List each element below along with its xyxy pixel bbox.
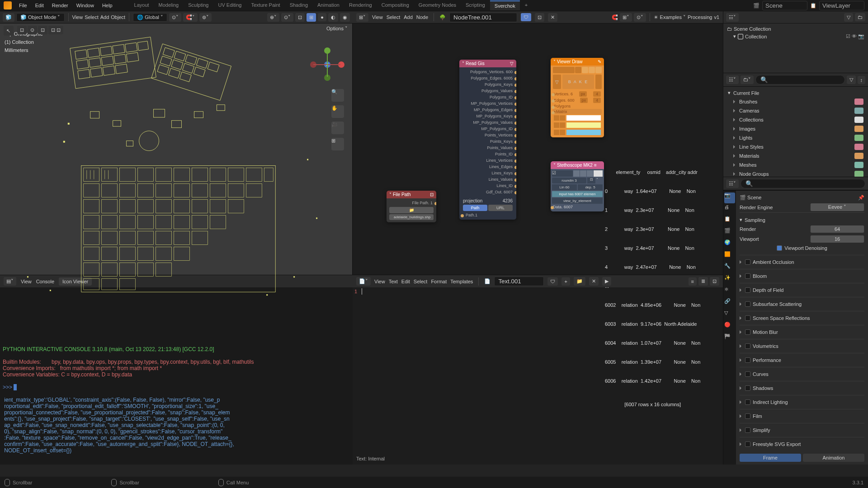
ws-sverchok[interactable]: Sverchok (490, 0, 520, 10)
mode-selector[interactable]: 🧊 Object Mode ˅ (16, 13, 65, 22)
text-text-menu[interactable]: Text (389, 279, 398, 284)
menu-file[interactable]: File (15, 1, 31, 9)
pin-btn[interactable]: 🛡 (521, 13, 531, 21)
text-syntax-toggle[interactable]: ⊡ (710, 277, 719, 286)
ws-geonodes[interactable]: Geometry Nodes (414, 0, 461, 10)
collection-row[interactable]: ▾ Collection ☑ 👁 📷 (725, 33, 866, 40)
assets-list[interactable]: ▾ Current File BrushesCamerasCollections… (723, 87, 868, 177)
viewlayer-input[interactable] (819, 1, 864, 10)
text-templates-menu[interactable]: Templates (450, 279, 473, 284)
outliner[interactable]: 🗀 Scene Collection ▾ Collection ☑ 👁 📷 (723, 23, 868, 73)
select-menu[interactable]: Select (85, 14, 99, 20)
prop-section-header[interactable]: Performance (740, 356, 864, 364)
ws-scripting[interactable]: Scripting (461, 0, 490, 10)
object-menu[interactable]: Object (111, 14, 125, 20)
menu-render[interactable]: Render (48, 1, 72, 9)
snap-icon[interactable]: 🧲 (612, 14, 618, 20)
ws-rendering[interactable]: Rendering (344, 0, 377, 10)
node-select-menu[interactable]: Select (387, 14, 401, 20)
ws-layout[interactable]: Layout (130, 0, 154, 10)
prop-section-header[interactable]: Depth of Field (740, 286, 864, 294)
ws-texture[interactable]: Texture Paint (246, 0, 284, 10)
asset-item[interactable]: Line Styles (725, 142, 866, 151)
fake-user-btn[interactable]: ⊡ (535, 13, 544, 22)
asset-item[interactable]: Collections (725, 115, 866, 124)
render-engine-select[interactable]: Eevee ˅ (810, 203, 864, 211)
modifiers-tab-icon[interactable]: 🔧 (724, 263, 735, 274)
prop-section-header[interactable]: Film (740, 412, 864, 420)
node-viewer-draw[interactable]: ˅ Viewer Draw✎ ▽ B A K E (551, 58, 604, 137)
text-unlink[interactable]: ✕ (589, 277, 599, 286)
ws-shading[interactable]: Shading (285, 0, 312, 10)
node-editor-canvas[interactable]: ˅ File Path⊡ File Path. 1 📁 adelaide_bui… (353, 23, 723, 275)
nodetree-name[interactable] (449, 13, 517, 22)
console-body[interactable]: PYTHON INTERACTIVE CONSOLE 3.10.8 (main,… (0, 287, 353, 465)
text-body[interactable]: 1 (353, 287, 723, 455)
ws-animation[interactable]: Animation (313, 0, 344, 10)
physics-tab-icon[interactable]: ⚛ (724, 286, 735, 297)
assets-display-mode[interactable]: ☷˅ (726, 75, 739, 84)
snap-type[interactable]: ⊞˅ (620, 13, 632, 22)
assets-search-input[interactable] (755, 75, 845, 84)
shading-rendered[interactable]: ◉ (340, 13, 350, 22)
exclude-toggle[interactable]: ☑ (846, 33, 850, 39)
constraints-tab-icon[interactable]: 🔗 (724, 298, 735, 309)
view-menu[interactable]: View (72, 14, 83, 20)
overlays-node[interactable]: ⊙˅ (634, 13, 646, 22)
prop-section-header[interactable]: Shadows (740, 384, 864, 392)
assets-filter-icon[interactable]: ▽ (847, 75, 856, 84)
datablock-type[interactable]: ☷˅ (726, 179, 739, 188)
prop-section-header[interactable]: Curves (740, 370, 864, 378)
asset-item[interactable]: Lights (725, 133, 866, 142)
bake-button[interactable]: B A K E (562, 75, 594, 89)
editor-type-selector[interactable]: 🧊 (3, 13, 14, 22)
pin-icon[interactable]: 📌 (858, 195, 864, 201)
prop-edit-btn[interactable]: ⊚˅ (199, 13, 212, 22)
text-edit-menu[interactable]: Edit (401, 279, 410, 284)
outliner-filter[interactable]: ▽ (844, 13, 853, 22)
orientation-selector[interactable]: 🌐 Global ˅ (133, 13, 167, 22)
node-readgis[interactable]: ˅ Read Gis▽ Polygons_Vertices. 600Polygo… (459, 60, 516, 220)
text-name-input[interactable] (494, 277, 544, 286)
render-animation-button[interactable]: Animation (803, 454, 864, 462)
scene-collection-row[interactable]: 🗀 Scene Collection (725, 25, 866, 33)
examples-dropdown[interactable]: Examples ˅ (660, 14, 686, 20)
node-filepath[interactable]: ˅ File Path⊡ File Path. 1 📁 adelaide_bui… (387, 191, 436, 222)
gizmo-toggle[interactable]: ⊕˅ (267, 13, 279, 22)
object-tab-icon[interactable]: 🟧 (724, 251, 735, 262)
prop-section-header[interactable]: Indirect Lighting (740, 398, 864, 406)
blender-logo-icon[interactable] (4, 1, 12, 9)
shading-wire[interactable]: ⊞ (307, 13, 316, 22)
outliner-type[interactable]: ☷˅ (726, 13, 739, 22)
prop-section-header[interactable]: Motion Blur (740, 328, 864, 336)
scene-tab-icon[interactable]: 🎬 (724, 228, 735, 239)
world-tab-icon[interactable]: 🌍 (724, 239, 735, 250)
shading-solid[interactable]: ● (318, 13, 326, 21)
assets-sort-icon[interactable]: ↕ (858, 76, 866, 84)
3d-viewport[interactable]: Options ˅ Top Orthographic (1) Collectio… (0, 23, 353, 275)
asset-item[interactable]: Node Groups (725, 169, 866, 177)
overlay-toggle[interactable]: ⊙˅ (281, 13, 293, 22)
viewlayer-tab-icon[interactable]: 📋 (724, 216, 735, 227)
particles-tab-icon[interactable]: ✨ (724, 275, 735, 286)
prop-section-header[interactable]: Volumetrics (740, 342, 864, 350)
asset-item[interactable]: Images (725, 124, 866, 133)
node-view-menu[interactable]: View (372, 14, 383, 20)
asset-item[interactable]: Materials (725, 151, 866, 160)
asset-item[interactable]: Meshes (725, 160, 866, 169)
filepath-value[interactable]: adelaide_buildings.shp (389, 214, 434, 220)
text-shield[interactable]: 🛡 (547, 277, 558, 286)
node-editor-type[interactable]: ⊞˅ (356, 13, 368, 22)
text-new[interactable]: + (561, 277, 570, 286)
ws-compositing[interactable]: Compositing (377, 0, 414, 10)
asset-item[interactable]: Brushes (725, 97, 866, 106)
pivot-btn[interactable]: ⊙˅ (169, 13, 181, 22)
menu-window[interactable]: Window (73, 1, 98, 9)
datablock-search-input[interactable] (741, 179, 865, 188)
text-format-menu[interactable]: Format (431, 279, 447, 284)
ws-modeling[interactable]: Modeling (154, 0, 184, 10)
ws-add[interactable]: + (520, 0, 532, 10)
current-file-row[interactable]: ▾ Current File (725, 89, 866, 97)
stetho-toggle[interactable]: ☑ (552, 170, 573, 177)
prop-section-header[interactable]: Screen Space Reflections (740, 314, 864, 322)
